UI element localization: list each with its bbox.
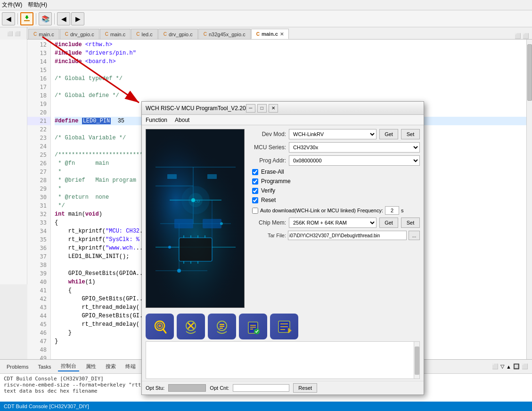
svg-rect-17 [207, 174, 217, 179]
editor-maximize-btn[interactable]: ⬜ ⬜ [512, 33, 532, 39]
tab-n32g45x-gpio[interactable]: C n32g45x_gpio.c [198, 29, 251, 39]
menu-file[interactable]: 文件(W) [2, 1, 22, 9]
bottom-icon-3[interactable]: ▲ [506, 364, 511, 370]
toolbar-back[interactable]: ◀ [2, 12, 15, 25]
scrollbar-thumb[interactable] [527, 44, 532, 101]
code-line-14: #include <board.h> [55, 57, 528, 66]
ln-38: 38 [27, 261, 50, 269]
bottom-tab-terminal[interactable]: 终端 [123, 362, 139, 371]
dialog-menu-function[interactable]: Function [146, 117, 167, 123]
tab-main-c-active[interactable]: C main.c ✕ [251, 29, 289, 39]
toolbar-download[interactable] [20, 12, 33, 25]
svg-rect-45 [220, 328, 223, 329]
program-write-btn[interactable] [208, 314, 236, 339]
bottom-tab-tasks[interactable]: Tasks [35, 363, 54, 371]
chip-set-btn[interactable]: Set [401, 218, 420, 228]
toolbar-nav-forward[interactable]: ▶ [71, 12, 84, 25]
toolbar-nav-back[interactable]: ◀ [57, 12, 70, 25]
frequency-input[interactable] [385, 206, 399, 215]
log-scrollbar[interactable] [414, 342, 419, 379]
ln-37: 37 [27, 252, 50, 261]
mcu-series-select[interactable]: CH32V30x [289, 142, 420, 153]
program-erase-btn[interactable] [177, 314, 205, 339]
ln-18: 18 [27, 91, 50, 100]
ln-23: 23 [27, 134, 50, 142]
tab-close-7[interactable]: ✕ [280, 32, 284, 37]
bottom-tab-problems[interactable]: Problems [4, 363, 31, 371]
editor-maximize[interactable]: ⬜ [15, 31, 20, 36]
prog-addr-select[interactable]: 0x08000000 [289, 155, 420, 166]
prog-addr-label: Prog Addr: [248, 157, 286, 164]
bottom-tab-properties[interactable]: 属性 [83, 362, 99, 371]
tab-drv-gpio-2[interactable]: C drv_gpio.c [158, 29, 198, 39]
opt-reset-btn[interactable]: Reset [293, 383, 317, 393]
toolbar-sep1 [17, 13, 18, 24]
tab-main-c-2[interactable]: C main.c [100, 29, 131, 39]
ln-12: 12 [27, 40, 50, 49]
bottom-tab-console[interactable]: 控制台 [58, 362, 79, 371]
toolbar: ◀ 📚 ◀ ▶ [0, 10, 532, 27]
tab-label-6: n32g45x_gpio.c [209, 32, 246, 37]
programme-checkbox[interactable] [252, 178, 258, 185]
ln-31: 31 [27, 201, 50, 210]
browse-button[interactable]: ... [409, 231, 420, 240]
chip-mem-select[interactable]: 256K ROM + 64K RAM [289, 218, 376, 228]
dialog-close[interactable]: ✕ [269, 104, 278, 113]
tab-label-3: main.c [110, 32, 125, 37]
bottom-tab-search[interactable]: 搜索 [103, 362, 119, 371]
dev-mod-set-btn[interactable]: Set [401, 129, 420, 139]
menu-help[interactable]: 帮助(H) [28, 1, 47, 9]
ln-35: 35 [27, 235, 50, 244]
dialog-maximize[interactable]: □ [257, 104, 267, 113]
dialog-minimize[interactable]: ─ [246, 104, 255, 113]
verify-checkbox[interactable] [252, 188, 258, 194]
dialog-titlebar: WCH RISC-V MCU ProgramTool_V2.20 ─ □ ✕ [142, 102, 424, 115]
editor-scrollbar[interactable] [526, 40, 532, 369]
ln-29: 29 [27, 185, 50, 193]
ln-39: 39 [27, 269, 50, 278]
ln-36: 36 [27, 244, 50, 252]
ln-44: 44 [27, 312, 50, 320]
reset-row: Reset [248, 197, 420, 203]
erase-all-row: Erase-All [248, 169, 420, 175]
ln-26: 26 [27, 159, 50, 168]
ln-17: 17 [27, 83, 50, 91]
ln-30: 30 [27, 193, 50, 201]
reset-checkbox[interactable] [252, 197, 258, 203]
tab-icon-6: C [204, 32, 207, 37]
opt-cnt-input[interactable] [233, 384, 289, 392]
wch-dialog: WCH RISC-V MCU ProgramTool_V2.20 ─ □ ✕ F… [141, 101, 424, 395]
chip-mem-row: Chip Mem: 256K ROM + 64K RAM Get Set [248, 218, 420, 228]
tab-main-c-1[interactable]: C main.c [28, 29, 59, 39]
ln-47: 47 [27, 337, 50, 346]
tar-file-input[interactable] [288, 231, 407, 240]
program-verify-btn[interactable] [239, 314, 267, 339]
program-all-icon [272, 316, 296, 338]
erase-all-checkbox[interactable] [252, 169, 258, 175]
program-read-btn[interactable] [146, 314, 174, 339]
bottom-icon-4[interactable]: 🔲 [513, 363, 520, 370]
editor-minimize[interactable]: ⬜ [7, 31, 13, 36]
bottom-icon-1[interactable]: ⬜ [492, 363, 499, 370]
prog-addr-row: Prog Addr: 0x08000000 [248, 155, 420, 166]
status-bar: CDT Build Console [CH32V307_DIY] [0, 402, 532, 411]
svg-rect-16 [167, 174, 177, 179]
line-numbers: 12 13 14 15 16 17 18 19 20 21 22 23 24 2… [27, 40, 51, 369]
dialog-menu-about[interactable]: About [175, 117, 189, 123]
ln-24: 24 [27, 142, 50, 151]
program-all-btn[interactable] [270, 314, 298, 339]
dev-mod-get-btn[interactable]: Get [379, 129, 398, 139]
toolbar-layers[interactable]: 📚 [39, 12, 52, 25]
chip-get-btn[interactable]: Get [379, 218, 398, 228]
tab-led-c[interactable]: C led.c [131, 29, 157, 39]
ln-15: 15 [27, 66, 50, 74]
code-line-17 [55, 83, 528, 91]
bottom-icon-2[interactable]: ▽ [500, 363, 504, 370]
log-scrollbar-thumb[interactable] [415, 347, 419, 375]
auto-download-checkbox[interactable] [252, 208, 258, 214]
bottom-icon-5[interactable]: ⬜ [522, 363, 528, 370]
tab-drv-gpio-1[interactable]: C drv_gpio.c [60, 29, 99, 39]
dev-mod-label: Dev Mod: [248, 131, 286, 137]
ln-19: 19 [27, 100, 50, 108]
dev-mod-select[interactable]: WCH-LinkRV [289, 129, 376, 139]
